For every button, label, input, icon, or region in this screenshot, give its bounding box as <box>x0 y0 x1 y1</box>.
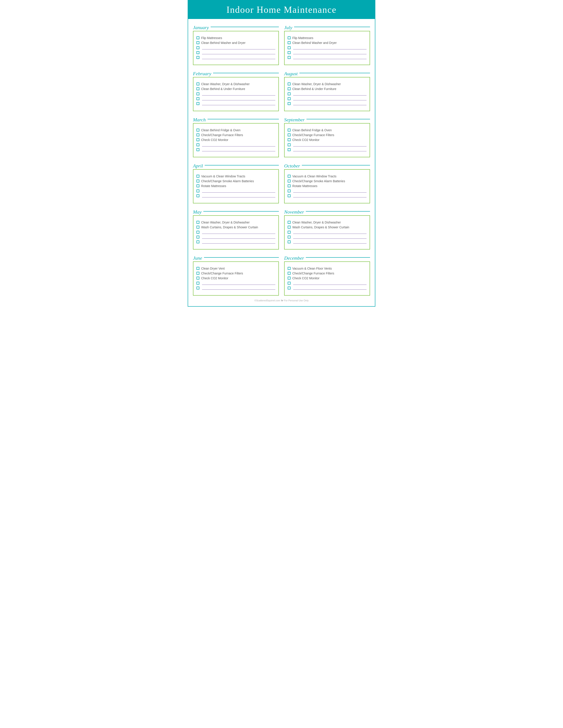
checkbox-icon[interactable] <box>196 133 199 136</box>
checkbox-icon[interactable] <box>288 46 291 49</box>
checkbox-icon[interactable] <box>288 175 291 178</box>
checkbox-icon[interactable] <box>196 92 199 95</box>
checkbox-icon[interactable] <box>288 272 291 275</box>
checkbox-icon[interactable] <box>288 51 291 54</box>
blank-line[interactable] <box>196 51 275 54</box>
blank-line[interactable] <box>196 189 275 193</box>
blank-line[interactable] <box>196 143 275 146</box>
checkbox-icon[interactable] <box>288 287 291 289</box>
checkbox-icon[interactable] <box>288 194 291 197</box>
blank-line[interactable] <box>196 102 275 105</box>
checkbox-icon[interactable] <box>196 143 199 146</box>
blank-line[interactable] <box>196 97 275 100</box>
blank-line[interactable] <box>288 240 367 244</box>
checkbox-icon[interactable] <box>196 231 199 234</box>
checkbox-icon[interactable] <box>196 194 199 197</box>
checkbox-icon[interactable] <box>288 83 291 85</box>
blank-line[interactable] <box>196 148 275 151</box>
checkbox-icon[interactable] <box>196 51 199 54</box>
task-item[interactable]: Clean Behind Fridge & Oven <box>196 128 275 132</box>
blank-line[interactable] <box>288 51 367 54</box>
blank-line[interactable] <box>288 286 367 290</box>
task-item[interactable]: Check CO2 Monitor <box>288 138 367 142</box>
checkbox-icon[interactable] <box>288 138 291 141</box>
checkbox-icon[interactable] <box>196 36 199 39</box>
task-item[interactable]: Wash Curtains, Drapes & Shower Curtain <box>196 225 275 229</box>
task-item[interactable]: Flip Mattresses <box>196 36 275 40</box>
checkbox-icon[interactable] <box>196 175 199 178</box>
task-item[interactable]: Clean Washer, Dryer & Dishwasher <box>288 82 367 86</box>
checkbox-icon[interactable] <box>196 282 199 285</box>
task-item[interactable]: Check CO2 Monitor <box>196 276 275 280</box>
task-item[interactable]: Check/Change Furnace Filters <box>196 272 275 275</box>
task-item[interactable]: Clean Behind Washer and Dryer <box>288 41 367 45</box>
checkbox-icon[interactable] <box>196 46 199 49</box>
checkbox-icon[interactable] <box>196 221 199 224</box>
checkbox-icon[interactable] <box>196 41 199 44</box>
blank-line[interactable] <box>196 281 275 285</box>
checkbox-icon[interactable] <box>196 56 199 59</box>
checkbox-icon[interactable] <box>196 190 199 192</box>
task-item[interactable]: Wash Curtains, Drapes & Shower Curtain <box>288 225 367 229</box>
task-item[interactable]: Check/Change Furnace Filters <box>288 133 367 137</box>
checkbox-icon[interactable] <box>288 143 291 146</box>
blank-line[interactable] <box>288 148 367 151</box>
task-item[interactable]: Clean Behind Washer and Dryer <box>196 41 275 45</box>
checkbox-icon[interactable] <box>288 221 291 224</box>
checkbox-icon[interactable] <box>288 282 291 285</box>
blank-line[interactable] <box>196 230 275 234</box>
checkbox-icon[interactable] <box>196 184 199 187</box>
checkbox-icon[interactable] <box>288 92 291 95</box>
task-item[interactable]: Clean Dryer Vent <box>196 267 275 270</box>
blank-line[interactable] <box>196 92 275 96</box>
blank-line[interactable] <box>288 230 367 234</box>
blank-line[interactable] <box>196 286 275 290</box>
blank-line[interactable] <box>196 235 275 239</box>
task-item[interactable]: Vacuum & Clean Window Tracts <box>196 174 275 178</box>
blank-line[interactable] <box>196 46 275 49</box>
checkbox-icon[interactable] <box>196 97 199 100</box>
checkbox-icon[interactable] <box>288 190 291 192</box>
blank-line[interactable] <box>288 194 367 197</box>
blank-line[interactable] <box>288 56 367 59</box>
task-item[interactable]: Flip Mattresses <box>288 36 367 40</box>
task-item[interactable]: Check/Change Smoke Alarm Batteries <box>288 179 367 183</box>
checkbox-icon[interactable] <box>288 36 291 39</box>
task-item[interactable]: Clean Behind & Under Furniture <box>196 87 275 91</box>
blank-line[interactable] <box>288 189 367 193</box>
checkbox-icon[interactable] <box>288 180 291 182</box>
checkbox-icon[interactable] <box>288 129 291 131</box>
checkbox-icon[interactable] <box>196 180 199 182</box>
checkbox-icon[interactable] <box>288 236 291 238</box>
task-item[interactable]: Rotate Mattresses <box>196 184 275 188</box>
checkbox-icon[interactable] <box>196 102 199 105</box>
task-item[interactable]: Check/Change Furnace Filters <box>196 133 275 137</box>
blank-line[interactable] <box>196 240 275 244</box>
checkbox-icon[interactable] <box>288 148 291 151</box>
task-item[interactable]: Clean Behind & Under Furniture <box>288 87 367 91</box>
checkbox-icon[interactable] <box>196 272 199 275</box>
task-item[interactable]: Check CO2 Monitor <box>196 138 275 142</box>
task-item[interactable]: Clean Washer, Dryer & Dishwasher <box>196 82 275 86</box>
task-item[interactable]: Check CO2 Monitor <box>288 276 367 280</box>
blank-line[interactable] <box>288 235 367 239</box>
task-item[interactable]: Clean Washer, Dryer & Dishwasher <box>196 221 275 224</box>
checkbox-icon[interactable] <box>196 287 199 289</box>
blank-line[interactable] <box>196 56 275 59</box>
checkbox-icon[interactable] <box>196 236 199 238</box>
checkbox-icon[interactable] <box>288 240 291 243</box>
checkbox-icon[interactable] <box>196 83 199 85</box>
task-item[interactable]: Clean Behind Fridge & Oven <box>288 128 367 132</box>
checkbox-icon[interactable] <box>288 97 291 100</box>
checkbox-icon[interactable] <box>288 56 291 59</box>
blank-line[interactable] <box>288 92 367 96</box>
checkbox-icon[interactable] <box>196 240 199 243</box>
task-item[interactable]: Vacuum & Clean Floor Vents <box>288 267 367 270</box>
task-item[interactable]: Check/Change Smoke Alarm Batteries <box>196 179 275 183</box>
checkbox-icon[interactable] <box>288 102 291 105</box>
checkbox-icon[interactable] <box>196 277 199 280</box>
checkbox-icon[interactable] <box>288 226 291 229</box>
checkbox-icon[interactable] <box>288 277 291 280</box>
blank-line[interactable] <box>288 97 367 100</box>
task-item[interactable]: Rotate Mattresses <box>288 184 367 188</box>
